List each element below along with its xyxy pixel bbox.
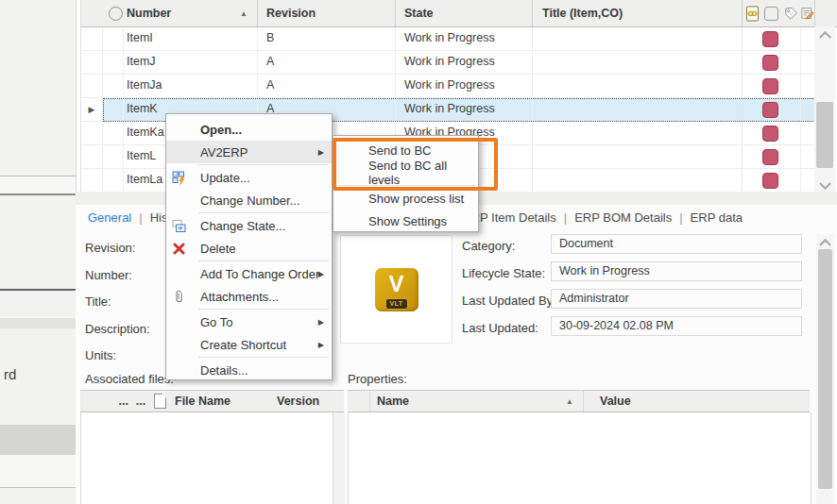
row-gutter [81,27,103,51]
files-table-body[interactable] [80,412,334,504]
description-label: Description: [85,322,150,336]
status-square-icon [762,102,778,118]
table-row[interactable]: ItemI B Work in Progress [81,27,837,51]
radio-circle-icon [109,7,123,21]
menu-item-add-to-change-order[interactable]: Add To Change Order ▶ [166,262,332,285]
submenu-arrow-icon: ▶ [318,270,324,278]
status-square-icon [762,31,778,47]
submenu-arrow-icon: ▶ [318,148,324,157]
status-square-icon [762,55,778,71]
title-label: Title: [85,294,111,309]
menu-separator [198,164,329,165]
update-icon [166,171,191,185]
lifecycle-state-label: Lifecycle State: [462,266,545,280]
grid-vertical-scrollbar[interactable] [814,26,835,194]
category-label: Category: [462,239,515,253]
scrollbar-thumb[interactable] [818,249,832,489]
files-col-dots2[interactable]: ... [132,391,149,412]
menu-item-details[interactable]: Details... [166,359,332,381]
associated-files-label: Associated files: [85,372,174,386]
cell-state: Work in Progress [396,98,533,121]
menu-item-update[interactable]: Update... [166,166,332,189]
status-square-icon [762,149,778,165]
edit-list-icon[interactable] [801,0,815,26]
menu-item-attachments[interactable]: Attachments... [166,285,332,308]
properties-col-value[interactable]: Value [584,391,810,412]
menu-item-go-to[interactable]: Go To ▶ [166,311,332,333]
cell-state: Work in Progress [396,75,533,97]
scroll-up-button[interactable] [816,234,834,250]
units-label: Units: [85,348,116,362]
properties-table-body[interactable] [348,412,811,504]
linked-document-icon[interactable] [743,0,761,26]
context-menu: Open... AV2ERP ▶ Update... Change Number… [165,113,333,380]
row-select[interactable] [103,75,124,97]
submenu-item-send-to-bc-all-levels[interactable]: Send to BC all levels [333,161,478,184]
cell-title [533,145,743,168]
files-col-version[interactable]: Version [266,391,344,412]
menu-item-change-state[interactable]: Change State... [166,214,332,237]
cell-revision: A [258,51,396,74]
table-row[interactable]: ItemJa A Work in Progress [81,75,837,98]
column-header-title[interactable]: Title (Item,CO) [533,0,743,26]
row-select[interactable] [103,98,124,121]
thumbnail-frame-icon[interactable] [761,0,780,26]
menu-separator [198,357,329,358]
cell-number: ItemJa [124,75,258,97]
files-col-filename[interactable]: File Name [170,391,266,412]
submenu-item-show-settings[interactable]: Show Settings [333,210,478,232]
row-gutter: ▶ [81,98,103,122]
menu-item-open[interactable]: Open... [166,118,332,141]
column-header-revision[interactable]: Revision [258,0,396,26]
delete-icon [166,243,191,255]
sidebar-list-item[interactable] [0,455,76,487]
row-gutter [81,75,103,98]
submenu-item-show-process-list[interactable]: Show process list [333,187,478,210]
sidebar-list-item[interactable] [0,425,76,455]
row-select[interactable] [103,169,124,192]
detail-vertical-scrollbar[interactable] [816,234,834,504]
properties-col-name[interactable]: Name ▲ [370,391,584,412]
menu-item-av2erp[interactable]: AV2ERP ▶ [166,141,332,163]
row-select[interactable] [103,122,124,144]
scroll-up-button[interactable] [814,26,835,42]
panel-band [0,176,76,193]
tab-erp-bom-details[interactable]: ERP BOM Details [574,210,672,225]
cell-number: ItemI [124,27,258,50]
select-all-column[interactable] [103,0,124,26]
panel-band [0,318,76,328]
tab-erp-data[interactable]: ERP data [691,210,743,225]
file-type-icon[interactable] [149,391,170,412]
vault-file-icon: V VLT [375,268,418,311]
left-panel: rd [0,0,77,504]
row-gutter [81,122,103,145]
vault-window: rd Number ▲ Revision State Title (Item,C… [0,0,837,504]
row-select[interactable] [103,27,124,50]
header-corner [815,0,837,26]
menu-item-delete[interactable]: Delete [166,237,332,260]
tag-icon[interactable] [780,0,801,26]
menu-item-create-shortcut[interactable]: Create Shortcut ▶ [166,333,332,356]
sort-asc-icon: ▲ [566,397,573,406]
row-select[interactable] [103,145,124,168]
menu-item-change-number[interactable]: Change Number... [166,189,332,211]
status-square-icon [762,126,778,142]
column-header-state[interactable]: State [396,0,533,26]
files-col-dots1[interactable]: ... [80,391,132,412]
lifecycle-state-value: Work in Progress [551,261,802,281]
header-gutter [81,0,103,26]
tab-general[interactable]: General [88,210,131,225]
number-label: Number: [85,268,132,282]
table-row[interactable]: ItemJ A Work in Progress [81,51,837,75]
last-updated-by-value: Administrator [551,289,802,309]
row-select[interactable] [103,51,124,74]
chevron-up-icon [819,31,831,43]
files-table-scrollbar[interactable] [333,412,345,504]
scrollbar-thumb[interactable] [816,102,833,168]
cell-title [533,169,743,192]
panel-divider [0,487,76,488]
cell-state: Work in Progress [396,51,533,74]
category-value: Document [551,234,802,254]
row-gutter [81,51,103,75]
column-header-number[interactable]: Number ▲ [124,0,258,26]
